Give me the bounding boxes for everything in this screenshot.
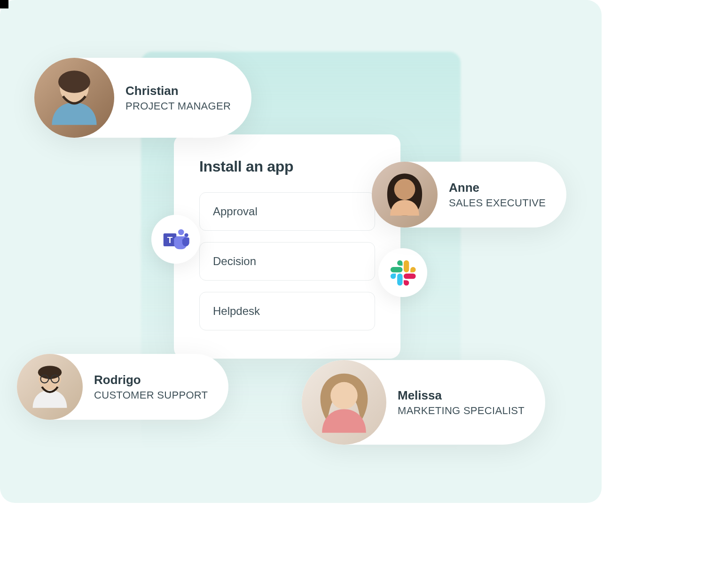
person-pill-melissa: Melissa MARKETING SPECIALIST	[302, 360, 545, 445]
install-app-card: Install an app Approval Decision Helpdes…	[174, 134, 400, 359]
person-pill-rodrigo: Rodrigo CUSTOMER SUPPORT	[17, 354, 228, 420]
person-role: PROJECT MANAGER	[125, 100, 231, 112]
person-role: MARKETING SPECIALIST	[398, 405, 525, 417]
canvas-background: Install an app Approval Decision Helpdes…	[0, 0, 602, 503]
svg-point-6	[394, 179, 415, 200]
person-pill-christian: Christian PROJECT MANAGER	[34, 58, 251, 138]
person-pill-anne: Anne SALES EXECUTIVE	[372, 162, 566, 227]
avatar-christian	[34, 58, 114, 138]
person-role: CUSTOMER SUPPORT	[94, 389, 208, 401]
slack-icon	[378, 248, 427, 297]
avatar-rodrigo	[17, 354, 83, 420]
option-decision[interactable]: Decision	[199, 242, 375, 281]
person-name: Melissa	[398, 388, 525, 403]
option-helpdesk[interactable]: Helpdesk	[199, 292, 375, 330]
person-name: Rodrigo	[94, 373, 208, 387]
svg-text:T: T	[167, 235, 173, 245]
person-name: Anne	[449, 180, 546, 195]
microsoft-teams-icon: T	[151, 215, 200, 264]
person-role: SALES EXECUTIVE	[449, 197, 546, 209]
avatar-melissa	[302, 360, 386, 445]
svg-point-5	[58, 71, 90, 93]
svg-point-12	[330, 382, 358, 409]
card-title: Install an app	[199, 158, 375, 175]
svg-point-2	[178, 229, 184, 235]
person-name: Christian	[125, 84, 231, 98]
avatar-anne	[372, 162, 438, 227]
option-approval[interactable]: Approval	[199, 192, 375, 231]
